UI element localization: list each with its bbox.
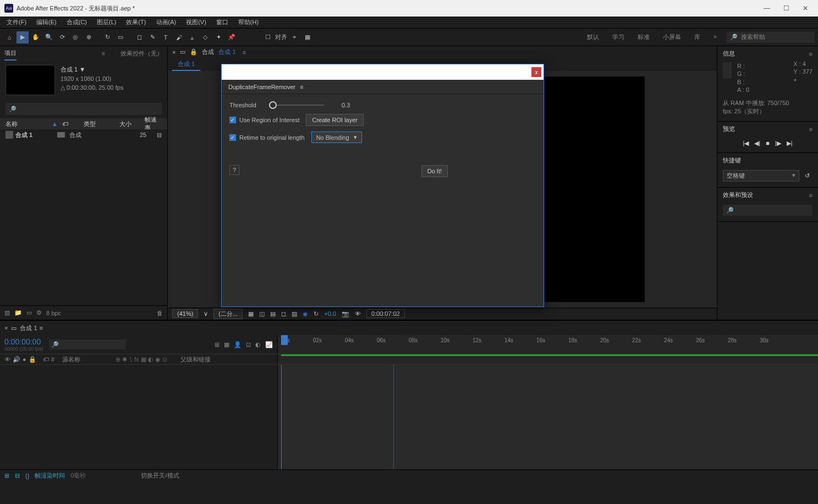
viewer-tab[interactable]: 合成 1 bbox=[172, 58, 200, 71]
workspace-learn[interactable]: 学习 bbox=[612, 33, 624, 41]
panel-menu-icon[interactable]: ≡ bbox=[809, 126, 812, 133]
threshold-value[interactable]: 0.3 bbox=[342, 102, 350, 108]
use-roi-checkbox[interactable]: ✓ Use Region of Interest bbox=[229, 117, 299, 123]
new-comp-icon[interactable]: ▭ bbox=[26, 309, 32, 316]
effect-controls-tab[interactable]: 效果控件（无） bbox=[120, 47, 163, 60]
toggle-in-out-icon[interactable]: {} bbox=[25, 473, 29, 479]
menu-effect[interactable]: 效果(T) bbox=[123, 17, 149, 28]
workspace-libraries[interactable]: 库 bbox=[694, 33, 700, 41]
stop-icon[interactable]: ■ bbox=[766, 140, 770, 147]
slider-thumb[interactable] bbox=[269, 101, 277, 109]
project-search-input[interactable]: 🔎 bbox=[6, 103, 162, 115]
draft3d-icon[interactable]: ▦ bbox=[224, 341, 229, 348]
resolution-dropdown[interactable]: (二分... bbox=[213, 309, 243, 319]
panel-menu-icon[interactable]: ≡ bbox=[243, 49, 246, 56]
reset-exposure-icon[interactable]: ↻ bbox=[314, 310, 319, 317]
guides-icon[interactable]: ▤ bbox=[270, 310, 276, 317]
puppet-tool-icon[interactable]: 📌 bbox=[226, 31, 238, 43]
comp-name[interactable]: 合成 1 ▼ bbox=[61, 65, 123, 74]
do-it-button[interactable]: Do It! bbox=[421, 165, 448, 177]
first-frame-icon[interactable]: |◀ bbox=[743, 140, 749, 147]
comp-flowchart-icon[interactable]: ⊞ bbox=[215, 341, 219, 348]
workspace-default[interactable]: 默认 bbox=[587, 33, 599, 41]
minimize-button[interactable]: — bbox=[764, 4, 770, 12]
fx-search-input[interactable]: 🔎 bbox=[723, 205, 812, 216]
mask-icon[interactable]: ◫ bbox=[259, 310, 265, 317]
lock-icon[interactable]: 🔒 bbox=[29, 356, 36, 363]
transparency-icon[interactable]: ▨ bbox=[292, 310, 297, 317]
grid-icon[interactable]: ▦ bbox=[248, 310, 254, 317]
zoom-dropdown[interactable]: (41%) bbox=[172, 309, 198, 318]
search-help-input[interactable]: 🔎 搜索帮助 bbox=[727, 32, 815, 43]
col-source-name[interactable]: 源名称 bbox=[62, 355, 80, 364]
work-area-bar[interactable] bbox=[281, 354, 818, 356]
menu-edit[interactable]: 编辑(E) bbox=[33, 17, 60, 28]
current-time[interactable]: 0:00:00:00 bbox=[4, 337, 43, 346]
timeline-search[interactable]: 🔎 bbox=[49, 339, 126, 349]
hand-tool-icon[interactable]: ✋ bbox=[30, 31, 42, 43]
close-tab-icon[interactable]: × bbox=[4, 325, 8, 331]
sort-arrow-icon[interactable]: ▲ bbox=[52, 120, 58, 127]
next-frame-icon[interactable]: |▶ bbox=[775, 140, 781, 147]
time-ruler[interactable]: 00s02s04s06s08s10s12s14s16s18s20s22s24s2… bbox=[278, 335, 818, 354]
shortcut-dropdown[interactable]: 空格键 ▾ bbox=[723, 170, 799, 182]
dialog-close-button[interactable]: x bbox=[531, 67, 541, 77]
panel-menu-icon[interactable]: ≡ bbox=[40, 325, 43, 331]
channel-icon[interactable]: ◉ bbox=[303, 310, 308, 317]
bpc-label[interactable]: 8 bpc bbox=[46, 310, 61, 316]
panel-menu-icon[interactable]: ≡ bbox=[809, 51, 812, 57]
solo-icon[interactable]: ● bbox=[23, 356, 26, 363]
maximize-button[interactable]: ☐ bbox=[783, 4, 789, 12]
snap-box-icon[interactable]: ☐ bbox=[262, 31, 274, 43]
roi-icon[interactable]: ◻ bbox=[281, 310, 286, 317]
playhead-line[interactable] bbox=[281, 365, 282, 469]
prev-frame-icon[interactable]: ◀| bbox=[754, 140, 760, 147]
motion-blur-icon[interactable]: ◐ bbox=[255, 341, 261, 348]
close-tab-icon[interactable]: × bbox=[172, 49, 175, 56]
viewer-comp-name[interactable]: 合成 1 bbox=[218, 48, 235, 56]
home-icon[interactable]: ⌂ bbox=[3, 31, 15, 43]
snapshot-icon[interactable]: 📷 bbox=[342, 310, 349, 317]
retime-checkbox[interactable]: ✓ Retime to original length bbox=[229, 134, 305, 141]
flowchart-icon[interactable]: ⊟ bbox=[157, 132, 162, 139]
roto-tool-icon[interactable]: ✦ bbox=[212, 31, 224, 43]
blending-dropdown[interactable]: No Blending ▾ bbox=[311, 132, 362, 143]
zoom-tool-icon[interactable]: 🔍 bbox=[43, 31, 55, 43]
menu-composition[interactable]: 合成(C) bbox=[63, 17, 90, 28]
menu-view[interactable]: 视图(V) bbox=[183, 17, 210, 28]
timeline-tracks[interactable] bbox=[278, 365, 818, 469]
col-type-header[interactable]: 类型 bbox=[84, 120, 115, 128]
comp-thumbnail[interactable] bbox=[6, 65, 55, 95]
exposure-value[interactable]: +0.0 bbox=[324, 310, 336, 317]
menu-window[interactable]: 窗口 bbox=[213, 17, 232, 28]
workspace-standard[interactable]: 标准 bbox=[638, 33, 650, 41]
frame-blend-icon[interactable]: ⊡ bbox=[246, 341, 251, 348]
menu-animation[interactable]: 动画(A) bbox=[153, 17, 180, 28]
shape-tool-icon[interactable]: ◻ bbox=[133, 31, 145, 43]
help-button[interactable]: ? bbox=[229, 165, 239, 175]
rectangle-tool-icon[interactable]: ▭ bbox=[114, 31, 127, 43]
toggle-switches-modes[interactable]: 切换开关/模式 bbox=[141, 472, 179, 480]
snap-icon[interactable]: ⌖ bbox=[288, 31, 300, 43]
audio-icon[interactable]: 🔊 bbox=[13, 356, 20, 363]
lock-icon[interactable]: 🔒 bbox=[190, 48, 197, 56]
camera-tool-icon[interactable]: ◎ bbox=[69, 31, 81, 43]
panel-menu-icon[interactable]: ≡ bbox=[102, 50, 105, 57]
shy-icon[interactable]: 👤 bbox=[234, 341, 241, 348]
toggle-modes-icon[interactable]: ⊟ bbox=[15, 472, 20, 479]
menu-help[interactable]: 帮助(H) bbox=[235, 17, 262, 28]
timeline-tab[interactable]: 合成 1 bbox=[20, 324, 37, 332]
dialog-titlebar[interactable]: x bbox=[222, 64, 543, 80]
type-tool-icon[interactable]: T bbox=[160, 31, 172, 43]
close-window-button[interactable]: ✕ bbox=[803, 4, 808, 12]
show-snapshot-icon[interactable]: 👁 bbox=[355, 310, 361, 317]
create-roi-button[interactable]: Create ROI layer bbox=[306, 114, 364, 126]
pen-tool-icon[interactable]: ✎ bbox=[146, 31, 158, 43]
toggle-switches-icon[interactable]: ⊞ bbox=[4, 472, 9, 479]
project-item-row[interactable]: 合成 1 合成 25 ⊟ bbox=[0, 129, 167, 140]
workspace-small[interactable]: 小屏幕 bbox=[663, 33, 681, 41]
clone-tool-icon[interactable]: ⟁ bbox=[186, 31, 198, 43]
snap-grid-icon[interactable]: ▦ bbox=[301, 31, 314, 43]
menu-layer[interactable]: 图层(L) bbox=[94, 17, 119, 28]
menu-file[interactable]: 文件(F) bbox=[3, 17, 30, 28]
